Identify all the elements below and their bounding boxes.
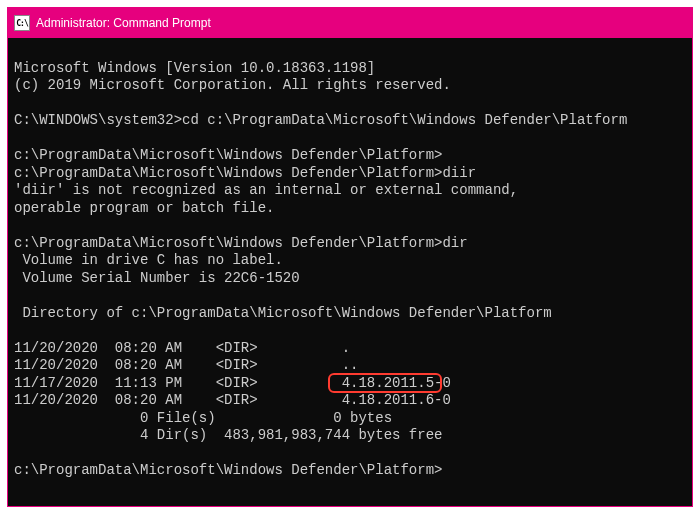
command-prompt-window: C:\ Administrator: Command Prompt Micros… <box>7 7 693 507</box>
terminal-line: Volume in drive C has no label. <box>14 252 283 268</box>
terminal-line: c:\ProgramData\Microsoft\Windows Defende… <box>14 165 476 181</box>
terminal-line: 4 Dir(s) 483,981,983,744 bytes free <box>14 427 442 443</box>
terminal-line: C:\WINDOWS\system32>cd c:\ProgramData\Mi… <box>14 112 627 128</box>
terminal-line: c:\ProgramData\Microsoft\Windows Defende… <box>14 235 468 251</box>
cmd-icon: C:\ <box>14 15 30 31</box>
terminal-line: c:\ProgramData\Microsoft\Windows Defende… <box>14 462 442 478</box>
terminal-line: Volume Serial Number is 22C6-1520 <box>14 270 300 286</box>
terminal-line: c:\ProgramData\Microsoft\Windows Defende… <box>14 147 442 163</box>
terminal-output[interactable]: Microsoft Windows [Version 10.0.18363.11… <box>8 38 692 506</box>
terminal-line: 11/20/2020 08:20 AM <DIR> .. <box>14 357 358 373</box>
terminal-line: 11/20/2020 08:20 AM <DIR> 4.18.2011.6-0 <box>14 392 451 408</box>
window-title: Administrator: Command Prompt <box>36 16 211 30</box>
terminal-line: operable program or batch file. <box>14 200 274 216</box>
terminal-line: 'diir' is not recognized as an internal … <box>14 182 518 198</box>
titlebar[interactable]: C:\ Administrator: Command Prompt <box>8 8 692 38</box>
terminal-line: 0 File(s) 0 bytes <box>14 410 392 426</box>
terminal-line: (c) 2019 Microsoft Corporation. All righ… <box>14 77 451 93</box>
terminal-line: Directory of c:\ProgramData\Microsoft\Wi… <box>14 305 552 321</box>
terminal-line: 11/17/2020 11:13 PM <DIR> 4.18.2011.5-0 <box>14 375 451 391</box>
terminal-line: Microsoft Windows [Version 10.0.18363.11… <box>14 60 375 76</box>
terminal-line: 11/20/2020 08:20 AM <DIR> . <box>14 340 350 356</box>
